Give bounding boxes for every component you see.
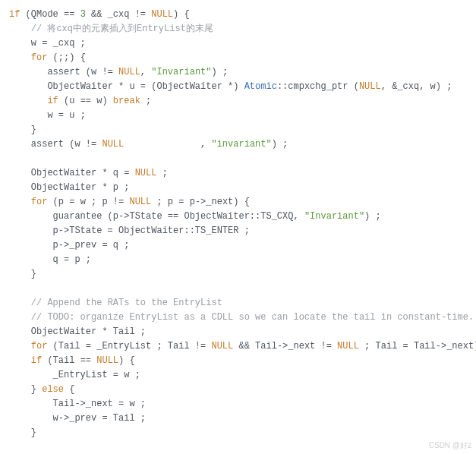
null-literal: NULL <box>135 168 157 178</box>
keyword-if: if <box>31 355 42 366</box>
code-block: if (QMode == 3 && _cxq != NULL) { // 将cx… <box>0 0 476 454</box>
code-text: (Tail == <box>42 355 96 366</box>
code-line: } <box>9 269 36 279</box>
code-text: } <box>31 427 36 438</box>
code-text: (QMode == <box>20 9 80 20</box>
code-line: // 将cxq中的元素插入到EntryList的末尾 <box>9 24 213 34</box>
code-text: guarantee (p->TState == ObjectWaiter::TS… <box>53 211 304 222</box>
code-text: ; Tail = Tail->_next) ; <box>359 341 476 352</box>
null-literal: NULL <box>359 81 381 92</box>
code-text: (Tail = _EntryList ; Tail != <box>47 341 211 352</box>
code-text: p->TState = ObjectWaiter::TS_ENTER ; <box>53 225 250 236</box>
code-text: _EntryList = w ; <box>53 370 140 380</box>
code-line: ObjectWaiter * p ; <box>9 182 129 193</box>
blank-line <box>9 283 14 294</box>
type-name: Atomic <box>244 81 277 92</box>
code-text: ) { <box>173 9 190 20</box>
string-literal: "invariant" <box>211 139 271 150</box>
code-text: q = p ; <box>53 254 91 265</box>
keyword-if: if <box>9 9 20 20</box>
blank-line <box>9 442 14 452</box>
null-literal: NULL <box>151 9 173 20</box>
code-text: , <box>124 139 211 150</box>
code-line: p->_prev = q ; <box>9 240 129 251</box>
code-text: assert (w != <box>31 139 102 150</box>
code-text: assert (w != <box>47 67 118 77</box>
code-line: for (p = w ; p != NULL ; p = p->_next) { <box>9 197 250 207</box>
code-line: // TODO: organize EntryList as a CDLL so… <box>9 312 474 323</box>
code-text: } <box>31 384 42 395</box>
null-literal: NULL <box>211 341 233 352</box>
code-text: ObjectWaiter * Tail ; <box>31 326 146 337</box>
null-literal: NULL <box>129 197 151 207</box>
code-line: // Append the RATs to the EntryList <box>9 298 222 308</box>
code-text: { <box>64 384 74 395</box>
keyword-for: for <box>31 52 48 63</box>
code-line: assert (w != NULL , "invariant") ; <box>9 139 288 150</box>
null-literal: NULL <box>96 355 118 366</box>
code-line: _EntryList = w ; <box>9 370 140 380</box>
null-literal: NULL <box>337 341 359 352</box>
code-text: (;;) { <box>47 52 85 63</box>
code-text: ) ; <box>272 139 288 150</box>
code-text: && _cxq != <box>86 9 151 20</box>
code-text: ; <box>156 168 167 178</box>
code-text: w->_prev = Tail ; <box>53 413 146 424</box>
code-text: } <box>31 125 36 135</box>
comment: // TODO: organize EntryList as a CDLL so… <box>31 312 474 323</box>
keyword-else: else <box>42 384 64 395</box>
code-text: , &_cxq, w) ; <box>381 81 452 92</box>
code-line: } else { <box>9 384 74 395</box>
code-text: ObjectWaiter * p ; <box>31 182 130 193</box>
code-text: } <box>31 269 36 279</box>
keyword-for: for <box>31 341 48 352</box>
code-text: w = u ; <box>47 110 85 121</box>
code-line: assert (w != NULL, "Invariant") ; <box>9 67 228 77</box>
code-line: for (;;) { <box>9 52 86 63</box>
code-text: (u == w) <box>58 96 113 106</box>
keyword-if: if <box>47 96 58 106</box>
string-literal: "Invariant" <box>151 67 211 77</box>
code-text: ; <box>140 96 151 106</box>
code-text: ) ; <box>211 67 228 77</box>
code-line: } <box>9 427 36 438</box>
keyword-for: for <box>31 197 48 207</box>
blank-line <box>9 153 14 164</box>
code-line: } <box>9 125 36 135</box>
code-line: w->_prev = Tail ; <box>9 413 146 424</box>
code-text: , <box>140 67 151 77</box>
comment: // Append the RATs to the EntryList <box>31 298 222 308</box>
code-text: (p = w ; p != <box>47 197 129 207</box>
code-line: p->TState = ObjectWaiter::TS_ENTER ; <box>9 225 250 236</box>
code-line: w = _cxq ; <box>9 38 86 49</box>
code-line: q = p ; <box>9 254 91 265</box>
code-line: if (u == w) break ; <box>9 96 151 106</box>
code-text: ObjectWaiter * q = <box>31 168 135 178</box>
code-text: && Tail->_next != <box>233 341 337 352</box>
code-text: ::cmpxchg_ptr ( <box>277 81 359 92</box>
code-line: ObjectWaiter * Tail ; <box>9 326 146 337</box>
code-text: Tail->_next = w ; <box>53 399 146 409</box>
code-line: w = u ; <box>9 110 86 121</box>
code-line: if (Tail == NULL) { <box>9 355 135 366</box>
null-literal: NULL <box>118 67 140 77</box>
code-line: for (Tail = _EntryList ; Tail != NULL &&… <box>9 341 476 352</box>
code-text: ) ; <box>364 211 381 222</box>
code-text: ; p = p->_next) { <box>151 197 250 207</box>
code-line: ObjectWaiter * u = (ObjectWaiter *) Atom… <box>9 81 452 92</box>
code-text: w = _cxq ; <box>31 38 86 49</box>
null-literal: NULL <box>102 139 124 150</box>
code-text: ) { <box>118 355 135 366</box>
code-text: ObjectWaiter * u = (ObjectWaiter *) <box>47 81 244 92</box>
keyword-break: break <box>113 96 140 106</box>
comment: // 将cxq中的元素插入到EntryList的末尾 <box>31 24 213 34</box>
number-literal: 3 <box>80 9 86 20</box>
code-line: if (QMode == 3 && _cxq != NULL) { <box>9 9 190 20</box>
string-literal: "Invariant" <box>304 211 364 222</box>
code-text: p->_prev = q ; <box>53 240 130 251</box>
code-line: guarantee (p->TState == ObjectWaiter::TS… <box>9 211 381 222</box>
code-line: Tail->_next = w ; <box>9 399 146 409</box>
code-line: ObjectWaiter * q = NULL ; <box>9 168 168 178</box>
watermark: CSDN @好z <box>429 440 471 451</box>
